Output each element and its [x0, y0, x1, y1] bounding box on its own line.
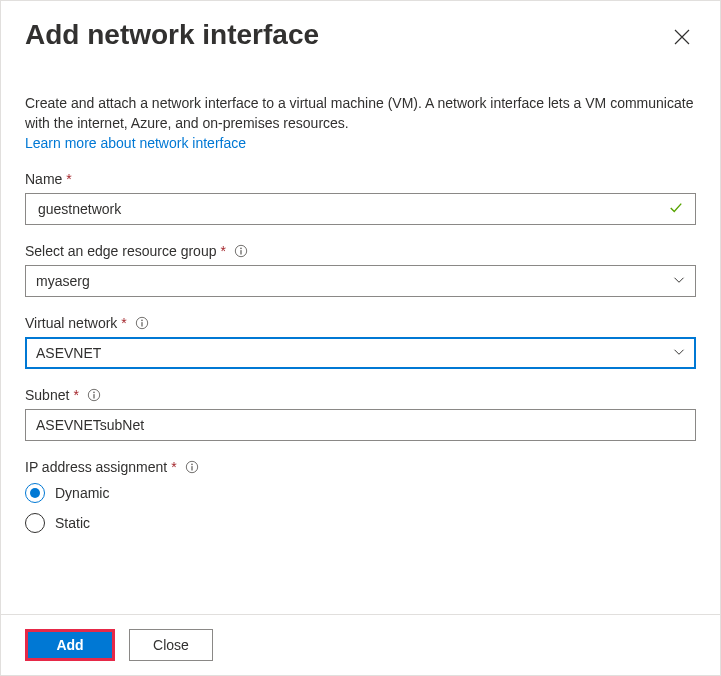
add-button-highlight: Add — [25, 629, 115, 661]
radio-static[interactable]: Static — [25, 513, 696, 533]
add-button[interactable]: Add — [28, 632, 112, 658]
info-icon[interactable] — [135, 316, 149, 330]
name-label: Name* — [25, 171, 696, 187]
subnet-input[interactable]: ASEVNETsubNet — [25, 409, 696, 441]
svg-point-7 — [93, 392, 95, 394]
radio-dynamic-label: Dynamic — [55, 485, 109, 501]
svg-rect-2 — [240, 250, 241, 254]
svg-point-1 — [240, 248, 242, 250]
svg-point-10 — [191, 464, 193, 466]
chevron-down-icon — [673, 345, 685, 361]
radio-dynamic[interactable]: Dynamic — [25, 483, 696, 503]
close-button[interactable]: Close — [129, 629, 213, 661]
ip-assignment-label: IP address assignment* — [25, 459, 696, 475]
svg-rect-5 — [141, 322, 142, 326]
svg-rect-8 — [93, 394, 94, 398]
svg-point-4 — [141, 320, 143, 322]
resource-group-label: Select an edge resource group* — [25, 243, 696, 259]
check-icon — [669, 201, 683, 218]
svg-rect-11 — [191, 466, 192, 470]
vnet-label: Virtual network* — [25, 315, 696, 331]
subnet-label: Subnet* — [25, 387, 696, 403]
description-text: Create and attach a network interface to… — [25, 94, 696, 133]
learn-more-link[interactable]: Learn more about network interface — [25, 135, 246, 151]
radio-static-label: Static — [55, 515, 90, 531]
info-icon[interactable] — [185, 460, 199, 474]
vnet-select[interactable]: ASEVNET — [25, 337, 696, 369]
name-input[interactable] — [25, 193, 696, 225]
close-icon[interactable] — [668, 23, 696, 54]
dialog-title: Add network interface — [25, 19, 319, 51]
chevron-down-icon — [673, 273, 685, 289]
info-icon[interactable] — [234, 244, 248, 258]
info-icon[interactable] — [87, 388, 101, 402]
resource-group-select[interactable]: myaserg — [25, 265, 696, 297]
